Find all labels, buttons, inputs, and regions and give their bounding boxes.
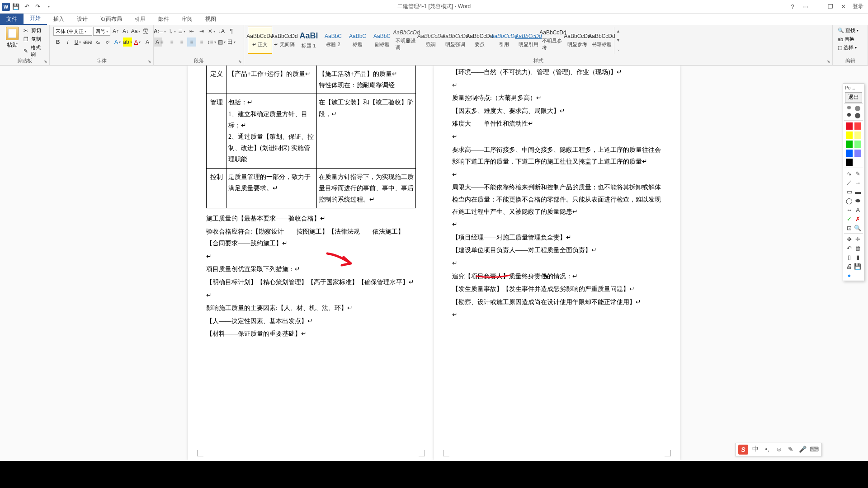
- highlighter-tool-icon[interactable]: ✎: [854, 170, 861, 177]
- crosshair-tool-icon[interactable]: ✛: [854, 235, 861, 243]
- color-swatch[interactable]: [846, 141, 853, 148]
- undo-icon[interactable]: ↶: [22, 2, 32, 12]
- move-tool-icon[interactable]: ✥: [846, 235, 853, 243]
- underline-icon[interactable]: U: [73, 38, 82, 47]
- tab-file[interactable]: 文件: [0, 14, 24, 25]
- tab-review[interactable]: 审阅: [175, 14, 199, 25]
- style-item[interactable]: AaBbCcDd要点: [467, 27, 492, 54]
- login-link[interactable]: 登录: [853, 3, 863, 10]
- style-item[interactable]: AaBl标题 1: [297, 27, 321, 54]
- style-item[interactable]: AaBbC标题 2: [321, 27, 345, 54]
- cut-button[interactable]: 剪切: [22, 27, 46, 34]
- sort-icon[interactable]: ↓A: [217, 27, 226, 36]
- text-tool-icon[interactable]: A: [854, 206, 861, 213]
- style-item[interactable]: AaBbCcDd不明显强调: [394, 27, 419, 54]
- save-tool-icon[interactable]: 💾: [854, 263, 861, 270]
- small-dot-icon[interactable]: [847, 106, 851, 109]
- color-swatch[interactable]: [854, 131, 861, 139]
- ellipse-tool-icon[interactable]: ◯: [846, 197, 853, 204]
- color-swatch[interactable]: [854, 122, 861, 130]
- magnify-tool-icon[interactable]: 🔍: [854, 224, 861, 231]
- char-border-icon[interactable]: A: [143, 38, 152, 47]
- align-left-icon[interactable]: ≡: [157, 38, 166, 47]
- ime-bar[interactable]: S 中 •, ☺ ✎ 🎤 ⌨: [735, 443, 822, 456]
- asian-layout-icon[interactable]: ✕: [207, 27, 216, 36]
- replace-button[interactable]: ab替换: [836, 35, 856, 43]
- find-button[interactable]: 🔍查找▾: [836, 27, 860, 34]
- highlight-icon[interactable]: ab: [123, 38, 132, 47]
- qat-customize-icon[interactable]: [43, 2, 53, 12]
- style-item[interactable]: AaBbCcDd↵ 正文: [248, 27, 272, 54]
- style-item[interactable]: AaBbCcDd明显引用: [516, 27, 541, 54]
- minimize-icon[interactable]: —: [812, 2, 824, 12]
- tab-references[interactable]: 引用: [128, 14, 152, 25]
- spotlight-tool-icon[interactable]: ⊡: [846, 224, 852, 231]
- small-dot-dark-icon[interactable]: [847, 113, 851, 117]
- shrink-font-icon[interactable]: A↓: [121, 27, 130, 36]
- big-dot-dark-icon[interactable]: [855, 113, 860, 118]
- multilevel-icon[interactable]: ≣: [177, 27, 186, 36]
- page-tool-icon[interactable]: ▯: [846, 253, 853, 261]
- document-area[interactable]: 定义【产品+工作+运行】的质量↵【施工活动+产品】的质量↵特性体现在：施耐庵靠调…: [0, 66, 868, 461]
- close-icon[interactable]: ✕: [837, 2, 849, 12]
- delete-tool-icon[interactable]: 🗑: [854, 244, 861, 252]
- copy-button[interactable]: 复制: [22, 35, 46, 43]
- style-item[interactable]: AaBbCcDd明显参考: [565, 27, 590, 54]
- font-size-combo[interactable]: 四号: [93, 27, 110, 36]
- bullets-icon[interactable]: ≔: [157, 27, 166, 36]
- tab-home[interactable]: 开始: [24, 13, 47, 25]
- arrow-tool-icon[interactable]: →: [854, 179, 861, 186]
- tab-design[interactable]: 设计: [71, 14, 94, 25]
- ann-exit-button[interactable]: 退出: [845, 92, 862, 103]
- style-item[interactable]: AaBbCcDd明显强调: [443, 27, 467, 54]
- annotation-toolbox[interactable]: Poi... 退出 ∿✎ ／→ ▭▬ ◯⬬ ↔A ✓✗ ⊡🔍 ✥✛ ↶🗑 ▯▮ …: [843, 83, 864, 281]
- style-item[interactable]: AaBbCcDd引用: [492, 27, 516, 54]
- numbering-icon[interactable]: ⒈: [167, 27, 176, 36]
- undo-tool-icon[interactable]: ↶: [846, 244, 853, 252]
- redo-icon[interactable]: ↷: [33, 2, 42, 12]
- show-marks-icon[interactable]: ¶: [227, 27, 236, 36]
- ime-keyboard-icon[interactable]: ⌨: [810, 445, 819, 454]
- tab-view[interactable]: 视图: [199, 14, 222, 25]
- align-right-icon[interactable]: ≡: [177, 38, 186, 47]
- font-color-icon[interactable]: A: [133, 38, 142, 47]
- phonetic-icon[interactable]: 雯: [141, 27, 150, 36]
- distribute-icon[interactable]: ≡: [197, 38, 206, 47]
- check-tool-icon[interactable]: ✓: [846, 215, 853, 222]
- ellipse-fill-icon[interactable]: ⬬: [854, 197, 861, 204]
- line-tool-icon[interactable]: ／: [846, 179, 853, 186]
- tab-layout[interactable]: 页面布局: [94, 14, 128, 25]
- subscript-icon[interactable]: x₂: [93, 38, 102, 47]
- format-painter-button[interactable]: 格式刷: [22, 44, 46, 58]
- curve-tool-icon[interactable]: ∿: [846, 170, 853, 177]
- print-tool-icon[interactable]: 🖨: [846, 263, 852, 270]
- styles-launcher-icon[interactable]: ⬊: [826, 59, 831, 64]
- text-effect-icon[interactable]: A: [113, 38, 122, 47]
- style-item[interactable]: AaBbC标题: [345, 27, 370, 54]
- line-spacing-icon[interactable]: ↕≡: [207, 38, 216, 47]
- paragraph-launcher-icon[interactable]: ⬊: [237, 59, 243, 64]
- style-item[interactable]: AaBbCcDd书籍标题: [590, 27, 614, 54]
- borders-icon[interactable]: 田: [227, 38, 236, 47]
- align-center-icon[interactable]: ≡: [167, 38, 176, 47]
- font-name-combo[interactable]: 宋体 (中文正: [53, 27, 92, 36]
- color-swatch[interactable]: [846, 150, 853, 157]
- paste-button[interactable]: 粘贴: [4, 27, 20, 49]
- italic-icon[interactable]: I: [63, 38, 72, 47]
- justify-icon[interactable]: ≡: [187, 38, 196, 47]
- clipboard-launcher-icon[interactable]: ⬊: [43, 59, 48, 64]
- change-case-icon[interactable]: Aa: [131, 27, 140, 36]
- strike-icon[interactable]: abc: [83, 38, 92, 47]
- tab-insert[interactable]: 插入: [47, 14, 71, 25]
- style-item[interactable]: AaBbCcDd↵ 无间隔: [272, 27, 297, 54]
- color-swatch[interactable]: [846, 131, 853, 139]
- double-arrow-icon[interactable]: ↔: [846, 206, 853, 213]
- bold-icon[interactable]: B: [53, 38, 62, 47]
- restore-icon[interactable]: ❐: [825, 2, 836, 12]
- color-swatch[interactable]: [846, 159, 853, 166]
- help-icon[interactable]: ?: [787, 2, 798, 12]
- rect-tool-icon[interactable]: ▭: [846, 188, 853, 195]
- tab-mailings[interactable]: 邮件: [152, 14, 175, 25]
- style-item[interactable]: AaBbCcDd不明显参考: [541, 27, 565, 54]
- indent-dec-icon[interactable]: ⇤: [187, 27, 196, 36]
